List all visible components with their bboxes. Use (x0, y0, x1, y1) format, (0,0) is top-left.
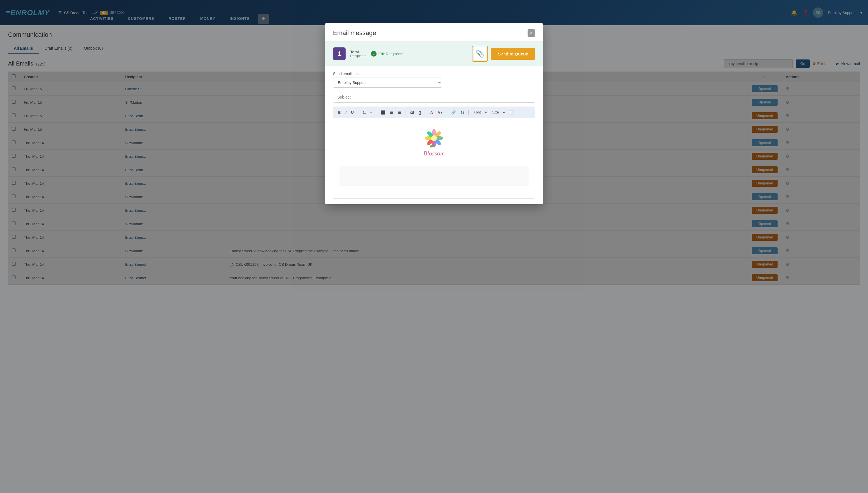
unlink-button[interactable]: ⛓ (459, 109, 465, 115)
recipients-sub-label: Recipients (350, 54, 366, 58)
attach-button-wrapper: 📎 (472, 46, 488, 62)
link-button[interactable]: 🔗 (450, 109, 457, 115)
recipients-total-label: Total (350, 50, 366, 54)
modal-overlay[interactable]: ➔ Email message × 1 Total Recipients ✓ E… (0, 0, 868, 493)
brand-name: Blossom (424, 150, 445, 157)
size-select[interactable]: Size (490, 109, 506, 115)
modal-header: Email message × (325, 23, 543, 42)
email-modal: ➔ Email message × 1 Total Recipients ✓ E… (325, 23, 543, 204)
send-to-queue-button[interactable]: Send to Queue (491, 48, 535, 60)
send-as-label: Send emails as (333, 71, 535, 76)
toolbar-sep-4 (426, 110, 426, 115)
recipients-right: 📎 Send to Queue (472, 46, 535, 62)
toolbar-sep-3 (406, 110, 406, 115)
recipients-left: 1 Total Recipients ✓ Edit Recipients (333, 47, 403, 60)
subject-input[interactable] (333, 92, 535, 103)
bold-button[interactable]: B (337, 109, 342, 115)
code-button[interactable]: {} (417, 109, 423, 115)
align-left-button[interactable]: ⬛ (379, 109, 387, 115)
bg-color-button[interactable]: A▾ (436, 109, 443, 115)
editor-logo-area: Blossom (422, 127, 446, 157)
svg-point-8 (431, 135, 437, 141)
toolbar-sep-1 (358, 110, 358, 115)
image-button[interactable]: 🖼 (409, 109, 415, 115)
toolbar-sep-5 (447, 110, 447, 115)
ordered-list-button[interactable]: 1. (361, 109, 367, 115)
align-right-button[interactable]: ☰ (396, 109, 403, 115)
attach-button[interactable]: 📎 (474, 47, 486, 60)
blossom-logo-svg (422, 127, 446, 150)
editor-text-area[interactable] (339, 166, 529, 186)
editor-toolbar: B I U 1. • ⬛ ☰ ☰ 🖼 {} A A▾ 🔗 ⛓ (333, 107, 535, 118)
modal-close-button[interactable]: × (528, 29, 535, 37)
toolbar-sep-6 (469, 110, 469, 115)
editor-content[interactable]: Blossom (333, 118, 535, 198)
edit-icon: ✓ (371, 51, 376, 57)
edit-recipients-button[interactable]: ✓ Edit Recipients (371, 51, 403, 57)
recipients-bar: 1 Total Recipients ✓ Edit Recipients 📎 S… (325, 42, 543, 66)
font-color-button[interactable]: A (429, 109, 434, 115)
send-as-select[interactable]: Enrolmy Support (333, 78, 442, 88)
source-button[interactable]: 📄 (508, 109, 516, 115)
font-select[interactable]: Font (472, 109, 488, 115)
unordered-list-button[interactable]: • (369, 109, 373, 115)
modal-body: Send emails as Enrolmy Support B I U 1. … (325, 66, 543, 204)
modal-title: Email message (333, 29, 376, 37)
underline-button[interactable]: U (350, 109, 355, 115)
recipients-count: 1 (333, 47, 346, 60)
italic-button[interactable]: I (344, 109, 348, 115)
align-center-button[interactable]: ☰ (388, 109, 395, 115)
